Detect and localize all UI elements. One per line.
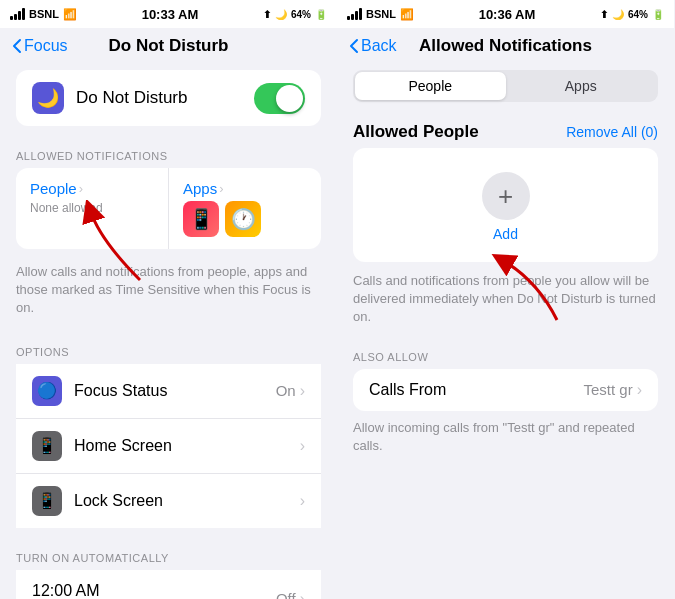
apps-col[interactable]: Apps › 📱 🕐 (169, 168, 321, 249)
auto-card: 12:00 AM Every Day Off › 9:00 AM – 5:00 … (16, 570, 321, 599)
nav-title-right: Allowed Notifications (419, 36, 592, 56)
lock-screen-label: Lock Screen (74, 492, 300, 510)
time-1-off: Off (276, 590, 296, 599)
dnd-icon: 🌙 (32, 82, 64, 114)
location-icon: ⬆ (263, 9, 271, 20)
segment-apps[interactable]: Apps (506, 72, 657, 100)
time-main-1: 12:00 AM Every Day Off › (32, 582, 305, 599)
right-content: People Apps Allowed People Remove All (0… (337, 62, 674, 599)
people-col[interactable]: People › None allowed (16, 168, 169, 249)
wifi-icon: 📶 (63, 8, 77, 21)
time-left: 10:33 AM (142, 7, 199, 22)
remove-all-button[interactable]: Remove All (0) (566, 124, 658, 140)
notif-desc: Allow calls and notifications from peopl… (0, 257, 337, 330)
back-button-right[interactable]: Back (349, 37, 397, 55)
calls-from-label: Calls From (369, 381, 446, 399)
status-left: BSNL 📶 (10, 8, 77, 21)
app-icon-1: 📱 (183, 201, 219, 237)
status-right-left-grp: BSNL 📶 (347, 8, 414, 21)
focus-status-value: On (276, 382, 296, 399)
options-header: OPTIONS (0, 330, 337, 364)
segment-people[interactable]: People (355, 72, 506, 100)
add-circle: + (482, 172, 530, 220)
apps-title: Apps › (183, 180, 307, 197)
add-card[interactable]: + Add (353, 148, 658, 262)
focus-status-row[interactable]: 🔵 Focus Status On › (16, 364, 321, 419)
status-right-left: ⬆ 🌙 64% 🔋 (263, 9, 327, 20)
battery-right: 64% (628, 9, 648, 20)
time-right: 10:36 AM (479, 7, 536, 22)
status-right-right-grp: ⬆ 🌙 64% 🔋 (600, 9, 664, 20)
chevron-calls: › (637, 381, 642, 399)
moon-icon: 🌙 (275, 9, 287, 20)
lock-screen-right: › (300, 492, 305, 510)
home-screen-icon: 📱 (32, 431, 62, 461)
calls-desc: Allow incoming calls from "Testt gr" and… (337, 417, 674, 465)
calls-from-row[interactable]: Calls From Testt gr › (353, 369, 658, 411)
chevron-time1: › (300, 590, 305, 599)
left-content: 🌙 Do Not Disturb ALLOWED NOTIFICATIONS P… (0, 62, 337, 599)
also-allow-header: ALSO ALLOW (337, 341, 674, 369)
dnd-toggle[interactable] (254, 83, 305, 114)
focus-status-right: On › (276, 382, 305, 400)
back-button-left[interactable]: Focus (12, 37, 68, 55)
time-row-1[interactable]: 12:00 AM Every Day Off › (16, 570, 321, 599)
people-sub: None allowed (30, 201, 154, 215)
carrier-right: BSNL (366, 8, 396, 20)
battery-icon-r: 🔋 (652, 9, 664, 20)
time-1-right: Off › (276, 590, 305, 599)
home-screen-row[interactable]: 📱 Home Screen › (16, 419, 321, 474)
app-icon-2: 🕐 (225, 201, 261, 237)
notif-card: People › None allowed Apps › 📱 🕐 (16, 168, 321, 249)
signal-icon-r (347, 8, 362, 20)
focus-status-icon: 🔵 (32, 376, 62, 406)
carrier-left: BSNL (29, 8, 59, 20)
allowed-notif-header: ALLOWED NOTIFICATIONS (0, 134, 337, 168)
chevron-apps: › (219, 181, 223, 196)
app-icons: 📱 🕐 (183, 201, 307, 237)
nav-bar-left: Focus Do Not Disturb (0, 28, 337, 62)
status-bar-right: BSNL 📶 10:36 AM ⬆ 🌙 64% 🔋 (337, 0, 674, 28)
allowed-desc: Calls and notifications from people you … (337, 270, 674, 341)
calls-right: Testt gr › (583, 381, 642, 399)
toggle-thumb (276, 85, 303, 112)
home-screen-label: Home Screen (74, 437, 300, 455)
location-icon-r: ⬆ (600, 9, 608, 20)
back-label-right: Back (361, 37, 397, 55)
options-card: 🔵 Focus Status On › 📱 Home Screen › 📱 (16, 364, 321, 528)
chevron-lock: › (300, 492, 305, 510)
time-left-block: 12:00 AM Every Day (32, 582, 100, 599)
lock-screen-icon: 📱 (32, 486, 62, 516)
right-screen: BSNL 📶 10:36 AM ⬆ 🌙 64% 🔋 Back Allowed N… (337, 0, 674, 599)
dnd-label: Do Not Disturb (76, 88, 254, 108)
wifi-icon-r: 📶 (400, 8, 414, 21)
moon-icon-r: 🌙 (612, 9, 624, 20)
dnd-card: 🌙 Do Not Disturb (16, 70, 321, 126)
time-1: 12:00 AM (32, 582, 100, 599)
chevron-focus: › (300, 382, 305, 400)
add-label: Add (493, 226, 518, 242)
left-screen: BSNL 📶 10:33 AM ⬆ 🌙 64% 🔋 Focus Do Not D… (0, 0, 337, 599)
battery-left: 64% (291, 9, 311, 20)
dnd-row: 🌙 Do Not Disturb (16, 70, 321, 126)
lock-screen-row[interactable]: 📱 Lock Screen › (16, 474, 321, 528)
nav-title-left: Do Not Disturb (109, 36, 229, 56)
chevron-home: › (300, 437, 305, 455)
chevron-people: › (79, 181, 83, 196)
back-label-left: Focus (24, 37, 68, 55)
allowed-title: Allowed People (353, 122, 479, 142)
home-screen-right: › (300, 437, 305, 455)
calls-value: Testt gr (583, 381, 632, 398)
status-bar-left: BSNL 📶 10:33 AM ⬆ 🌙 64% 🔋 (0, 0, 337, 28)
battery-icon: 🔋 (315, 9, 327, 20)
segment-control[interactable]: People Apps (353, 70, 658, 102)
nav-bar-right: Back Allowed Notifications (337, 28, 674, 62)
focus-status-label: Focus Status (74, 382, 276, 400)
signal-icon (10, 8, 25, 20)
people-title: People › (30, 180, 154, 197)
turn-on-header: TURN ON AUTOMATICALLY (0, 536, 337, 570)
allowed-header: Allowed People Remove All (0) (337, 114, 674, 148)
